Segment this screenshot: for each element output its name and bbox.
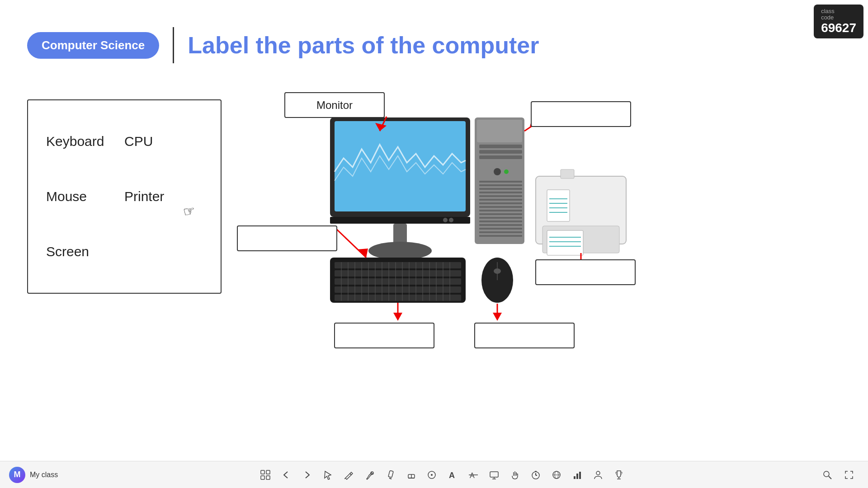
cpu-vent6	[479, 199, 522, 201]
cpu-vent16	[479, 235, 522, 237]
cpu-top-panel	[477, 120, 522, 142]
svg-rect-29	[579, 472, 581, 479]
kb-row2	[335, 270, 461, 277]
cpu-tower-body	[475, 117, 524, 244]
monitor-label-box[interactable]	[285, 93, 384, 117]
svg-text:A: A	[470, 472, 475, 479]
select-button[interactable]	[318, 465, 338, 485]
expand-tool-button[interactable]	[839, 465, 859, 485]
svg-rect-7	[388, 470, 393, 478]
cpu-vent8	[479, 206, 522, 208]
kb-row1	[335, 262, 461, 268]
cpu-vent15	[479, 231, 522, 233]
arrow-printer-head	[576, 267, 585, 276]
timer-button[interactable]	[526, 465, 546, 485]
monitor-base	[368, 242, 432, 260]
present-button[interactable]	[484, 465, 504, 485]
myclass-label: My class	[30, 471, 58, 479]
chart-button[interactable]	[567, 465, 587, 485]
svg-rect-27	[574, 476, 576, 479]
grid-tool-button[interactable]	[255, 465, 275, 485]
cpu-vent10	[479, 213, 522, 215]
cpu-vent14	[479, 228, 522, 230]
word-cpu[interactable]: CPU	[124, 134, 203, 149]
text2-icon: A	[468, 470, 478, 480]
shapes-button[interactable]	[422, 465, 442, 485]
svg-rect-0	[261, 470, 264, 474]
toolbar-left: M My class	[9, 467, 58, 483]
person-button[interactable]	[588, 465, 608, 485]
person-icon	[593, 470, 603, 480]
cpu-slot2	[479, 150, 522, 154]
printer-label-box[interactable]	[536, 260, 635, 285]
forward-button[interactable]	[297, 465, 317, 485]
trophy-button[interactable]	[609, 465, 629, 485]
toolbar: M My class	[0, 461, 868, 488]
printer-output-paper	[547, 230, 583, 255]
hand-icon	[510, 470, 520, 480]
cpu-vent1	[479, 181, 522, 183]
brush-icon	[364, 470, 374, 480]
keyboard-label-box[interactable]	[237, 226, 337, 251]
mouse-body	[481, 258, 513, 303]
keyboard-body	[330, 258, 466, 303]
printer-body	[536, 176, 626, 244]
monitor-strip	[330, 217, 470, 224]
mouse-label-box[interactable]	[475, 323, 574, 348]
svg-line-34	[829, 476, 831, 479]
svg-rect-17	[490, 472, 498, 477]
timer-icon	[531, 470, 541, 480]
select-icon	[323, 470, 333, 480]
cpu-vent3	[479, 188, 522, 190]
header: Computer Science Label the parts of the …	[27, 27, 778, 63]
text-icon: A	[448, 470, 458, 480]
pen-button[interactable]	[339, 465, 359, 485]
grid-icon	[260, 470, 270, 480]
screen-wave	[335, 145, 466, 172]
screen-wave2	[335, 156, 466, 181]
kb-row3	[335, 278, 461, 285]
eraser-button[interactable]	[401, 465, 421, 485]
kb-row4	[335, 286, 461, 293]
cpu-led	[504, 169, 509, 174]
brush-button[interactable]	[359, 465, 379, 485]
cpu-slot1	[479, 145, 522, 148]
monitor-screen	[335, 121, 466, 211]
subject-badge: Computer Science	[27, 32, 159, 59]
kb-row5	[335, 295, 461, 301]
svg-rect-2	[261, 476, 264, 479]
text-button[interactable]: A	[443, 465, 462, 485]
cpu-vent7	[479, 202, 522, 204]
svg-rect-1	[266, 470, 270, 474]
word-keyboard[interactable]: Keyboard	[46, 134, 124, 149]
class-code-badge: classcode 69627	[814, 5, 863, 38]
highlighter-button[interactable]	[380, 465, 400, 485]
cpu-label-box[interactable]	[531, 102, 631, 127]
svg-rect-28	[576, 474, 578, 479]
text2-button[interactable]: A	[463, 465, 483, 485]
eraser-icon	[406, 470, 416, 480]
word-screen[interactable]: Screen	[46, 244, 124, 259]
pen-icon	[344, 470, 354, 480]
printer-output-tray	[542, 226, 619, 253]
globe-button[interactable]	[547, 465, 566, 485]
back-button[interactable]	[276, 465, 296, 485]
monitor-btn2	[449, 218, 453, 222]
svg-point-30	[596, 471, 600, 475]
cpu-vent5	[479, 195, 522, 197]
arrow-monitor-head	[375, 123, 387, 131]
word-printer[interactable]: Printer	[124, 189, 203, 204]
cpu-vent4	[479, 192, 522, 193]
keyboard-bottom-label-box[interactable]	[335, 323, 434, 348]
myclass-logo: M	[9, 467, 25, 483]
globe-icon	[552, 470, 561, 480]
svg-marker-4	[325, 471, 331, 479]
printer-top-feed	[561, 169, 574, 178]
cpu-vent9	[479, 210, 522, 211]
arrow-keyboard-bottom-head	[393, 313, 402, 321]
class-label: classcode	[821, 8, 835, 21]
hand-button[interactable]	[505, 465, 525, 485]
search-tool-button[interactable]	[817, 465, 837, 485]
word-mouse[interactable]: Mouse	[46, 189, 124, 204]
arrow-keyboard-label	[335, 227, 366, 258]
